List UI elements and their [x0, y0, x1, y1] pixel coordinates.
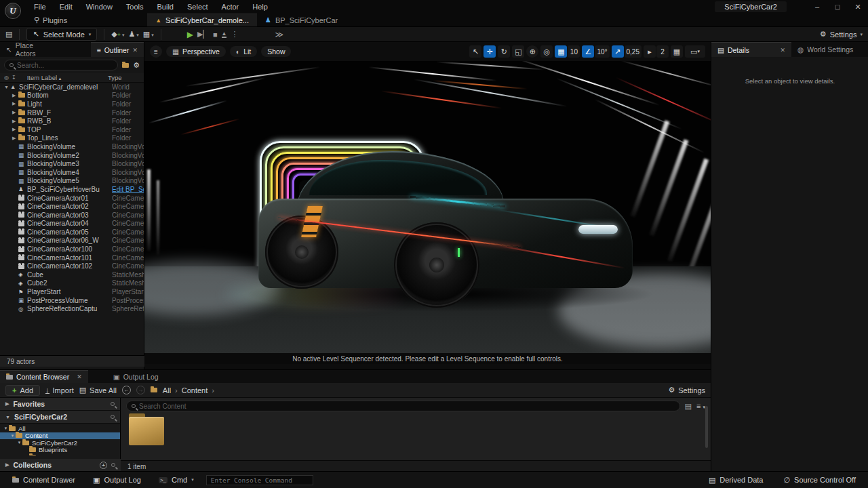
- folder-tree-item-all[interactable]: ▼All: [0, 425, 120, 432]
- expander-down-icon[interactable]: ▼: [9, 434, 16, 438]
- viewport-layout-grid-icon[interactable]: ▦: [671, 45, 683, 58]
- expander-down-icon[interactable]: ▼: [3, 426, 9, 430]
- outliner-row[interactable]: CineCameraActor04CineCamera: [0, 220, 144, 228]
- outliner-row[interactable]: ◎SphereReflectionCaptuSphereRefle: [0, 304, 144, 312]
- output-log-button[interactable]: ▣ Output Log: [87, 474, 146, 487]
- expander-right-icon[interactable]: ▶: [12, 93, 18, 98]
- save-level-icon[interactable]: ▤: [5, 30, 12, 39]
- console-command-input[interactable]: Enter Console Command: [206, 475, 313, 485]
- scrollbar[interactable]: [705, 406, 708, 448]
- outliner-row[interactable]: CineCameraActor03CineCamera: [0, 211, 144, 220]
- tab-world-settings[interactable]: ◍ World Settings: [791, 42, 859, 57]
- outliner-row[interactable]: ♟BP_SciFiCyberHoverBuEdit BP_Sci: [0, 185, 144, 194]
- tab-details[interactable]: ▤ Details ✕: [711, 42, 791, 57]
- breadcrumb-all[interactable]: All: [163, 386, 171, 394]
- outliner-row[interactable]: CineCameraActor01CineCamera: [0, 194, 144, 203]
- move-tool[interactable]: ✛: [484, 45, 496, 58]
- outliner-row[interactable]: ▶LightFolder: [0, 100, 144, 108]
- menu-build[interactable]: Build: [151, 1, 180, 13]
- visibility-eye-icon[interactable]: ◎: [4, 75, 9, 81]
- menu-help[interactable]: Help: [245, 1, 275, 13]
- scale-tool[interactable]: ◱: [512, 45, 524, 58]
- menu-window[interactable]: Window: [79, 1, 119, 13]
- tab-level-scificybercar-demolevel[interactable]: ▲ SciFiCyberCar_demole...: [147, 14, 257, 26]
- outliner-row[interactable]: ▦BlockingVolume2BlockingVol: [0, 151, 144, 160]
- search-icon[interactable]: [111, 463, 115, 467]
- skip-frame-button[interactable]: ▶▏: [197, 30, 209, 39]
- outliner-row[interactable]: CineCameraActor102CineCamera: [0, 262, 144, 270]
- outliner-row[interactable]: CineCameraActor02CineCamera: [0, 202, 144, 211]
- tab-output-log[interactable]: ▣ Output Log: [107, 370, 165, 383]
- cmd-dropdown[interactable]: >_ Cmd ▾: [153, 474, 199, 486]
- scifi-cyber-car[interactable]: [144, 61, 711, 353]
- search-icon[interactable]: [111, 415, 115, 419]
- maximize-viewport-toggle[interactable]: ▭ ▾: [685, 45, 705, 58]
- lit-mode-dropdown[interactable]: ◐ Lit: [230, 46, 257, 57]
- outliner-search-input[interactable]: Search...: [4, 60, 118, 70]
- outliner-row[interactable]: ◈CubeStaticMesh: [0, 270, 144, 279]
- folder-tree-item-blueprints[interactable]: Blueprints: [0, 447, 120, 454]
- save-all-button[interactable]: ▤ Save All: [79, 386, 117, 394]
- play-button[interactable]: ▶: [187, 30, 193, 39]
- favorites-section[interactable]: ▶ Favorites: [0, 398, 120, 411]
- back-icon[interactable]: ←: [122, 386, 131, 394]
- select-tool[interactable]: ↖: [469, 45, 481, 58]
- outliner-row[interactable]: ▦BlockingVolume4BlockingVol: [0, 168, 144, 177]
- project-section[interactable]: ▼ SciFiCyberCar2: [0, 411, 120, 424]
- grid-snap-value[interactable]: 10: [568, 45, 580, 58]
- create-folder-icon[interactable]: [122, 63, 129, 68]
- outliner-settings-gear-icon[interactable]: ⚙: [133, 61, 140, 70]
- derived-data-button[interactable]: ▤ Derived Data: [703, 474, 769, 487]
- save-search-icon[interactable]: ▤: [685, 402, 692, 411]
- close-icon[interactable]: ✕: [77, 373, 82, 380]
- menu-tools[interactable]: Tools: [119, 1, 151, 13]
- outliner-row[interactable]: CineCameraActor101CineCamera: [0, 253, 144, 262]
- type-column-header[interactable]: Type: [108, 74, 140, 81]
- tab-place-actors[interactable]: ↖ Place Actors: [0, 42, 58, 57]
- outliner-row[interactable]: ▼▲SciFiCyberCar_demolevelWorld: [0, 83, 144, 92]
- menu-select[interactable]: Select: [180, 1, 215, 13]
- content-drawer-button[interactable]: Content Drawer: [7, 474, 81, 486]
- breadcrumb-content[interactable]: Content: [182, 386, 208, 394]
- source-control-button[interactable]: ∅ Source Control Off: [778, 474, 862, 487]
- outliner-row[interactable]: ▦BlockingVolume3BlockingVol: [0, 159, 144, 168]
- close-button[interactable]: ✕: [848, 0, 868, 14]
- tab-outliner[interactable]: ≡ Outliner ✕: [91, 42, 144, 57]
- content-browser-settings[interactable]: ⚙ Settings: [668, 386, 705, 394]
- play-options-kebab[interactable]: ⋮: [231, 30, 238, 39]
- pin-icon[interactable]: ↧: [12, 75, 16, 81]
- show-flags-dropdown[interactable]: Show: [261, 46, 291, 57]
- outliner-row[interactable]: ▦BlockingVolumeBlockingVol: [0, 142, 144, 151]
- outliner-row[interactable]: CineCameraActor05CineCamera: [0, 228, 144, 237]
- folder-tree-item-scificybercar2[interactable]: ▼SciFiCyberCar2: [0, 439, 120, 447]
- rotation-snap-value[interactable]: 10°: [595, 45, 609, 58]
- folder-tree-item-content[interactable]: ▼Content: [0, 432, 120, 440]
- blueprints-dropdown[interactable]: ♟ ▾: [129, 30, 139, 39]
- level-viewport[interactable]: ≡ ▦ Perspective ◐ Lit Show ↖ ✛ ↻ ◱ ⊕ ◎ ▦: [144, 42, 711, 369]
- menu-actor[interactable]: Actor: [215, 1, 246, 13]
- rotate-tool[interactable]: ↻: [498, 45, 510, 58]
- filter-icon[interactable]: ≡ ▾: [696, 402, 705, 410]
- plugins-button[interactable]: ⚲ Plugins: [27, 14, 74, 26]
- item-label-column-header[interactable]: Item Label ▴: [27, 74, 108, 81]
- rendered-3d-scene[interactable]: [144, 61, 711, 353]
- close-icon[interactable]: ✕: [132, 47, 138, 54]
- edit-blueprint-link[interactable]: Edit BP_Sci: [112, 186, 144, 193]
- stop-button[interactable]: ■: [213, 30, 218, 39]
- camera-speed-icon[interactable]: ▸: [644, 45, 656, 58]
- outliner-row[interactable]: ▶BottomFolder: [0, 92, 144, 100]
- select-mode-dropdown[interactable]: ↖ Select Mode ▾: [26, 28, 97, 41]
- world-local-toggle[interactable]: ⊕: [526, 45, 538, 58]
- tab-content-browser[interactable]: Content Browser ✕: [0, 370, 88, 383]
- scale-snap-value[interactable]: 0,25: [625, 45, 642, 58]
- outliner-row[interactable]: ▣PostProcessVolumePostProces: [0, 296, 144, 305]
- perspective-dropdown[interactable]: ▦ Perspective: [166, 46, 226, 57]
- viewport-options-hamburger[interactable]: ≡: [150, 45, 162, 58]
- collections-section[interactable]: ▶ Collections +: [0, 459, 121, 472]
- cinematics-dropdown[interactable]: ▦ ▾: [143, 30, 154, 39]
- tab-blueprint-bp-scificybercar[interactable]: ♟ BP_SciFiCyberCar: [257, 14, 346, 26]
- outliner-row[interactable]: ▶TOPFolder: [0, 125, 144, 134]
- expander-right-icon[interactable]: ▶: [12, 127, 18, 132]
- outliner-row[interactable]: ▦BlockingVolume5BlockingVol: [0, 177, 144, 186]
- menu-edit[interactable]: Edit: [53, 1, 79, 13]
